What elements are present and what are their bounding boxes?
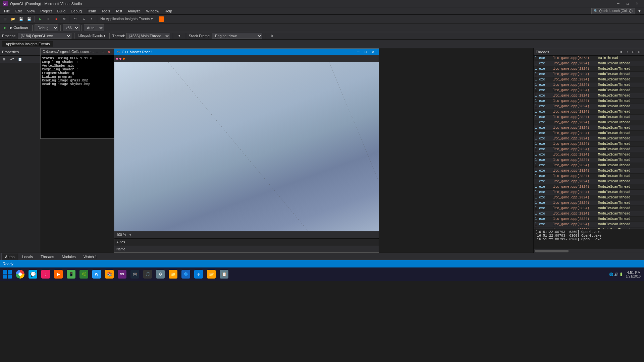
thread-row[interactable]: l.exe ltc_game.cpp(2824) ModuleScanThrea… xyxy=(534,184,644,190)
insights-tab-active[interactable]: Application Insights Events xyxy=(2,41,53,47)
taskbar-green[interactable]: 🌿 xyxy=(78,268,90,280)
thread-row[interactable]: l.exe ltc_game.cpp(2824) ModuleScanThrea… xyxy=(534,72,644,77)
taskbar-files[interactable]: 📁 xyxy=(167,268,179,280)
pause-btn[interactable]: ⏸ xyxy=(45,15,52,23)
props-page-btn[interactable]: 📄 xyxy=(16,56,23,63)
taskbar-settings[interactable]: ⚙ xyxy=(154,268,166,280)
thread-row[interactable]: l.exe ltc_game.cpp(2824) ModuleScanThrea… xyxy=(534,152,644,158)
debug-config-select[interactable]: Debug Release xyxy=(35,24,58,31)
taskbar-chrome[interactable] xyxy=(14,268,26,280)
taskbar-phone[interactable]: 📱 xyxy=(65,268,77,280)
step-over-btn[interactable]: ↷ xyxy=(72,15,79,23)
threads-scrollbar[interactable] xyxy=(534,249,644,253)
thread-row[interactable]: l.exe ltc_game.cpp(2824) ModuleScanThrea… xyxy=(534,163,644,168)
tab-threads[interactable]: Threads xyxy=(37,253,58,260)
rp-toolbar-btn3[interactable]: ⊡ xyxy=(631,50,636,54)
thread-select[interactable]: [4636] Main Thread xyxy=(126,33,170,39)
menu-item-debug[interactable]: Debug xyxy=(68,8,84,14)
thread-row[interactable]: l.exe ltc_game.cpp(2824) ModuleScanThrea… xyxy=(534,93,644,99)
thread-row[interactable]: l.exe ltc_game.cpp(2824) ModuleScanThrea… xyxy=(534,131,644,136)
thread-row[interactable]: l.exe ltc_game.cpp(2824) ModuleScanThrea… xyxy=(534,66,644,72)
step-out-btn[interactable]: ↑ xyxy=(88,15,95,23)
thread-row[interactable]: l.exe ltc_game.cpp(2824) ModuleScanThrea… xyxy=(534,88,644,93)
maximize-button[interactable]: □ xyxy=(623,1,632,7)
thread-row[interactable]: l.exe ltc_game.cpp(2824) ModuleScanThrea… xyxy=(534,168,644,174)
menu-item-project[interactable]: Project xyxy=(38,8,54,14)
thread-row[interactable]: l.exe ltc_game.cpp(2824) ModuleScanThrea… xyxy=(534,158,644,163)
continue-btn[interactable]: ▶ xyxy=(1,24,9,32)
thread-row[interactable]: l.exe ltc_game.cpp(2824) ModuleScanThrea… xyxy=(534,61,644,66)
collapse-btn[interactable]: ▼ xyxy=(636,9,643,13)
thread-row[interactable]: l.exe ltc_game.cpp(2824) ModuleScanThrea… xyxy=(534,120,644,125)
stop-btn[interactable]: ■ xyxy=(53,15,60,23)
expand-btn[interactable]: ⊕ xyxy=(268,32,275,40)
console-min-btn[interactable]: ─ xyxy=(94,50,100,54)
taskbar-media1[interactable]: ♪ xyxy=(40,268,52,280)
auto-select[interactable]: Auto xyxy=(84,24,104,31)
menu-item-analyze[interactable]: Analyze xyxy=(125,8,143,14)
quick-launch[interactable]: 🔍 Quick Launch (Ctrl+Q) xyxy=(591,8,635,14)
start-debug-btn[interactable]: ▶ xyxy=(37,15,44,23)
taskbar-stack[interactable]: 📚 xyxy=(103,268,115,280)
menu-item-window[interactable]: Window xyxy=(143,8,162,14)
taskbar-steam[interactable]: 🎮 xyxy=(129,268,141,280)
open-file-btn[interactable]: 📂 xyxy=(9,15,17,23)
thread-row[interactable]: l.exe ltc_game.cpp(2824) ModuleScanThrea… xyxy=(534,77,644,82)
step-into-btn[interactable]: ↴ xyxy=(80,15,87,23)
thread-row[interactable]: l.exe ltc_game.cpp(2824) ModuleScanThrea… xyxy=(534,190,644,195)
menu-item-edit[interactable]: Edit xyxy=(13,8,24,14)
thread-row[interactable]: l.exe ltc_game.cpp(2824) ModuleScanThrea… xyxy=(534,125,644,131)
thread-row[interactable]: l.exe ltc_game.cpp(2824) ModuleScanThrea… xyxy=(534,222,644,227)
thread-row[interactable]: l.exe ltc_game.cpp(2824) ModuleScanThrea… xyxy=(534,99,644,104)
thread-row[interactable]: l.exe ltc_game.cpp(2824) ModuleScanThrea… xyxy=(534,217,644,222)
thread-row[interactable]: l.exe ltc_game.cpp(2824) ModuleScanThrea… xyxy=(534,109,644,115)
tab-watch1[interactable]: Watch 1 xyxy=(80,253,101,260)
stack-frame-filter[interactable]: ▼ xyxy=(176,32,183,40)
thread-row[interactable]: l.exe ltc_game.cpp(2824) ModuleScanThrea… xyxy=(534,195,644,200)
tab-autos[interactable]: Autos xyxy=(1,253,18,260)
rp-toolbar-btn1[interactable]: ≡ xyxy=(619,50,624,54)
taskbar-skype[interactable]: 💬 xyxy=(27,268,39,280)
rp-toolbar-btn4[interactable]: ⊞ xyxy=(637,50,642,54)
new-project-btn[interactable]: ⊞ xyxy=(1,15,9,23)
minimize-button[interactable]: ─ xyxy=(614,1,623,7)
game-max-btn[interactable]: □ xyxy=(362,49,369,55)
save-btn[interactable]: 💾 xyxy=(17,15,25,23)
save-all-btn[interactable]: 💾 xyxy=(25,15,33,23)
taskbar-blue-app[interactable]: 🔷 xyxy=(180,268,192,280)
platform-select[interactable]: x86 x64 xyxy=(63,24,79,31)
rp-toolbar-btn2[interactable]: ↕ xyxy=(625,50,630,54)
game-close-btn[interactable]: ✕ xyxy=(369,49,377,55)
menu-item-build[interactable]: Build xyxy=(55,8,68,14)
start-button[interactable] xyxy=(1,268,13,280)
categorize-btn[interactable]: ⊞ xyxy=(1,56,8,63)
menu-item-help[interactable]: Help xyxy=(162,8,175,14)
console-title[interactable]: C:\Users\VliegendeGeit\documents\visual … xyxy=(41,49,114,55)
stack-frame-select[interactable]: Engine::draw xyxy=(212,33,262,39)
taskbar-media2[interactable]: ▶ xyxy=(52,268,64,280)
tab-modules[interactable]: Modules xyxy=(58,253,79,260)
thread-row[interactable]: l.exe ltc_game.cpp(2824) ModuleScanThrea… xyxy=(534,147,644,152)
thread-row[interactable]: l.exe ltc_game.cpp(2824) ModuleScanThrea… xyxy=(534,82,644,88)
menu-item-team[interactable]: Team xyxy=(85,8,99,14)
console-close-btn[interactable]: ✕ xyxy=(106,50,112,54)
menu-item-test[interactable]: Test xyxy=(113,8,125,14)
game-min-btn[interactable]: ─ xyxy=(355,49,362,55)
taskbar-folder[interactable]: 📂 xyxy=(205,268,217,280)
menu-item-view[interactable]: View xyxy=(24,8,38,14)
thread-row[interactable]: l.exe ltc_game.cpp(2824) ModuleScanThrea… xyxy=(534,206,644,211)
close-button[interactable]: ✕ xyxy=(633,1,641,7)
menu-item-tools[interactable]: Tools xyxy=(99,8,113,14)
thread-row[interactable]: l.exe ltc_game.cpp(2824) ModuleScanThrea… xyxy=(534,179,644,184)
process-select[interactable]: [6184] OpenGL.exe xyxy=(18,33,71,39)
thread-row[interactable]: l.exe ltc_game.cpp(2824) ModuleScanThrea… xyxy=(534,136,644,141)
thread-row[interactable]: l.exe ltc_game.cpp(2824) ModuleScanThrea… xyxy=(534,174,644,179)
zoom-dropdown-btn[interactable]: ▾ xyxy=(126,231,134,239)
restart-btn[interactable]: ↺ xyxy=(61,15,68,23)
alphabetical-btn[interactable]: AZ xyxy=(8,56,16,63)
game-title-bar[interactable]: 🎮 C++ Master Race! ─ □ ✕ xyxy=(114,49,379,55)
lifecycle-events-btn[interactable]: Lifecycle Events ▾ xyxy=(77,32,107,40)
thread-row[interactable]: l.exe ltc_game.cpp(2824) ModuleScanThrea… xyxy=(534,104,644,109)
thread-row[interactable]: l.exe ltc_game.cpp(2824) ModuleScanThrea… xyxy=(534,115,644,120)
menu-item-file[interactable]: File xyxy=(1,8,13,14)
